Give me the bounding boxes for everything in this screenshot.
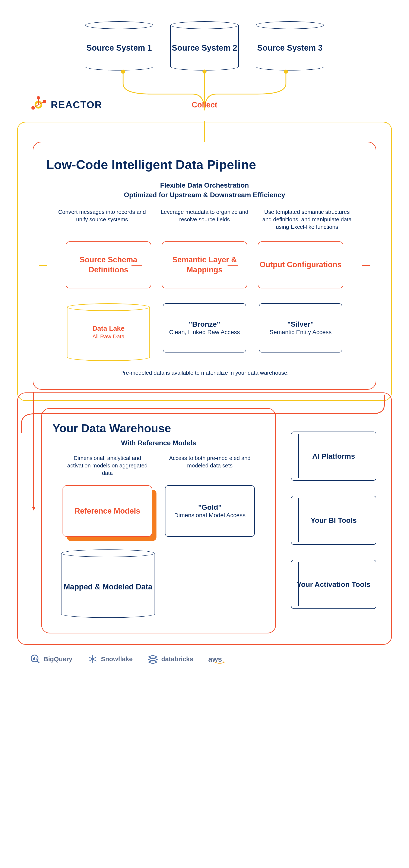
pipeline-sub1: Flexible Data Orchestration (46, 181, 363, 190)
data-layers-row: Data Lake All Raw Data "Bronze" Clean, L… (46, 303, 363, 361)
bi-tools-box: Your BI Tools (291, 496, 376, 545)
collect-label: Collect (192, 100, 217, 110)
source-1-label: Source System 1 (87, 38, 152, 53)
bigquery-icon (30, 654, 40, 664)
warehouse-boxes-row: Reference Models "Gold" Dimensional Mode… (53, 485, 265, 537)
source-system-2: Source System 2 (170, 21, 239, 70)
activation-tools-label: Your Activation Tools (297, 580, 370, 589)
pipe-desc-1: Convert messages into records and unify … (55, 208, 149, 231)
activation-tools-box: Your Activation Tools (291, 560, 376, 609)
databricks-logo: databricks (147, 654, 193, 664)
svg-line-19 (37, 661, 39, 663)
snowflake-logo: Snowflake (87, 654, 133, 664)
snowflake-icon (87, 654, 98, 664)
bigquery-logo: BigQuery (30, 654, 72, 664)
ai-platforms-box: AI Platforms (291, 432, 376, 481)
semantic-layer-box: Semantic Layer & Mappings (162, 241, 247, 288)
warehouse-outer-box: Your Data Warehouse With Reference Model… (17, 393, 392, 645)
data-lake-title: Data Lake (92, 324, 125, 333)
bronze-title: "Bronze" (189, 320, 220, 328)
pipeline-subtitle: Flexible Data Orchestration Optimized fo… (46, 181, 363, 200)
pipeline-outer-box: Low-Code Intelligent Data Pipeline Flexi… (17, 122, 392, 401)
gold-title: "Gold" (198, 503, 221, 512)
databricks-icon (147, 654, 158, 664)
aws-text: aws (208, 655, 222, 663)
bi-tools-label: Your BI Tools (311, 516, 357, 525)
source-2-label: Source System 2 (172, 38, 237, 53)
reference-models-label: Reference Models (63, 485, 152, 537)
data-lake-sub: All Raw Data (92, 333, 125, 340)
tools-column: AI Platforms Your BI Tools Your Activati… (291, 432, 376, 609)
snowflake-text: Snowflake (101, 655, 133, 663)
reactor-logo: REACTOR (30, 96, 102, 113)
svg-rect-20 (33, 658, 34, 660)
pipeline-inner-box: Low-Code Intelligent Data Pipeline Flexi… (33, 142, 376, 390)
source-schema-box: Source Schema Definitions (66, 241, 151, 288)
mapped-modeled-cylinder: Mapped & Modeled Data (61, 550, 155, 618)
mapped-modeled-label: Mapped & Modeled Data (64, 576, 152, 592)
source-system-3: Source System 3 (256, 21, 324, 70)
collect-connector: REACTOR Collect (8, 70, 401, 122)
silver-box: "Silver" Semantic Entity Access (259, 303, 342, 352)
databricks-text: databricks (161, 655, 193, 663)
warehouse-title: Your Data Warehouse (53, 422, 265, 435)
silver-sub: Semantic Entity Access (269, 328, 332, 336)
wh-desc-1: Dimensional, analytical and activation m… (63, 455, 152, 477)
warehouse-inner-box: Your Data Warehouse With Reference Model… (41, 408, 276, 633)
pipeline-sub2: Optimized for Upstream & Downstream Effi… (46, 190, 363, 200)
pipeline-descriptions: Convert messages into records and unify … (46, 208, 363, 231)
svg-rect-21 (34, 657, 35, 660)
warehouse-descriptions: Dimensional, analytical and activation m… (53, 455, 265, 477)
source-systems-row: Source System 1 Source System 2 Source S… (8, 21, 401, 70)
pipeline-title: Low-Code Intelligent Data Pipeline (46, 157, 363, 172)
svg-rect-22 (36, 658, 36, 660)
output-config-box: Output Configurations (258, 241, 343, 288)
source-3-label: Source System 3 (257, 38, 322, 53)
reference-models-box: Reference Models (63, 485, 152, 537)
silver-title: "Silver" (287, 320, 314, 328)
aws-logo: aws (208, 653, 225, 665)
pipeline-footer-note: Pre-modeled data is available to materia… (46, 370, 363, 376)
stage-boxes-row: Source Schema Definitions Semantic Layer… (46, 241, 363, 288)
ai-platforms-label: AI Platforms (312, 452, 355, 461)
bigquery-text: BigQuery (43, 655, 72, 663)
pipe-desc-3: Use templated semantic structures and de… (260, 208, 354, 231)
bronze-box: "Bronze" Clean, Linked Raw Access (163, 303, 246, 352)
reactor-icon (30, 96, 47, 113)
gold-box: "Gold" Dimensional Model Access (165, 485, 255, 537)
reactor-brand-text: REACTOR (51, 99, 102, 111)
pipe-desc-2: Leverage metadata to organize and resolv… (158, 208, 251, 231)
gold-sub: Dimensional Model Access (174, 512, 246, 519)
warehouse-subtitle: With Reference Models (53, 439, 265, 447)
bronze-sub: Clean, Linked Raw Access (169, 328, 240, 336)
platform-logos-row: BigQuery Snowflake databricks aws (30, 653, 401, 665)
data-lake-cylinder: Data Lake All Raw Data (67, 303, 150, 361)
source-system-1: Source System 1 (85, 21, 153, 70)
wh-desc-2: Access to both pre-mod eled and modeled … (165, 455, 255, 477)
